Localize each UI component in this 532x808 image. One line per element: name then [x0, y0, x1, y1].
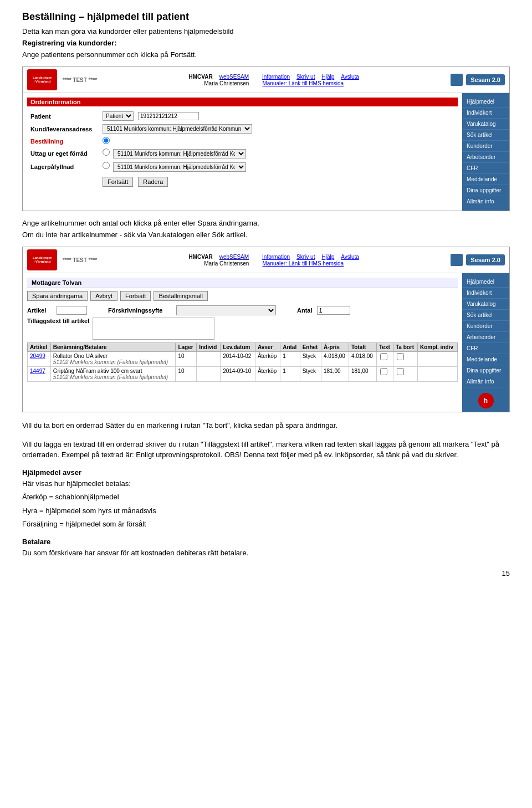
screenshot-1: Landstinget i Värmland **** TEST **** HM…	[22, 67, 510, 211]
section2-p1: Ange artikelnummer och antal och klicka …	[22, 219, 510, 227]
row2-sub: 51102 Munkfors kommun (Faktura hjälpmede…	[53, 374, 173, 380]
test-badge-1: **** TEST ****	[63, 77, 97, 83]
row2-avser: Återköp	[255, 367, 280, 382]
nav-skrivut-1[interactable]: Skriv ut	[296, 74, 315, 80]
sidebar1-dina[interactable]: Dina uppgifter	[462, 185, 509, 196]
avbryt-btn[interactable]: Avbryt	[90, 291, 117, 301]
sidebar2-allm[interactable]: Allmän info	[462, 376, 509, 387]
sidebar2-medd[interactable]: Meddelande	[462, 354, 509, 365]
form-row-bestallning: Beställning	[27, 135, 458, 147]
row2-text-check[interactable]	[380, 368, 387, 375]
sidebar2-kund[interactable]: Kundorder	[462, 321, 509, 332]
row1-totalt: 4.018,00	[349, 352, 376, 367]
spara-btn[interactable]: Spara ändringarna	[27, 291, 88, 301]
nav-hjalp-1[interactable]: Hjälp	[321, 74, 334, 80]
form-row-patient: Patient Patient	[27, 110, 458, 122]
sidebar1-medd[interactable]: Meddelande	[462, 174, 509, 185]
hjalp-avser-hyra: Hyra = hjälpmedel som hyrs ut månadsvis	[22, 505, 510, 516]
row1-benamning: Rollator Ono UA silver 51102 Munkfors ko…	[50, 352, 176, 367]
artikel-nr-input[interactable]	[57, 306, 87, 315]
row1-tabort-check[interactable]	[397, 353, 404, 360]
col-artikel: Artikel	[28, 343, 51, 352]
uttag-radio[interactable]	[103, 149, 110, 156]
fortsatt-btn-1[interactable]: Fortsätt	[103, 177, 133, 187]
buttons-spacer	[27, 173, 99, 188]
nav-info-2[interactable]: Information	[262, 254, 290, 260]
row1-apris: 4.018,00	[321, 352, 349, 367]
row2-apris: 181,00	[321, 367, 349, 382]
page-number: 15	[22, 569, 510, 577]
col-avser: Avser	[255, 343, 280, 352]
tilltext-textarea[interactable]	[93, 318, 214, 340]
antal-input[interactable]	[317, 306, 350, 315]
row2-artikel-link[interactable]: 14497	[30, 368, 45, 374]
row1-kompl	[417, 352, 457, 367]
sidebar1-kund[interactable]: Kundorder	[462, 141, 509, 152]
sesam-badge-2: Sesam 2.0	[466, 254, 505, 265]
nav-skrivut-2[interactable]: Skriv ut	[296, 254, 315, 260]
landstinget-logo: Landstinget i Värmland	[27, 69, 57, 90]
radera-btn-1[interactable]: Radera	[138, 177, 168, 187]
sesam-icon-2	[451, 254, 463, 266]
patient-type-select[interactable]: Patient	[103, 111, 134, 121]
sidebar1-arb[interactable]: Arbetsorder	[462, 152, 509, 163]
row2-kompl	[417, 367, 457, 382]
sidebar2-arb[interactable]: Arbetsorder	[462, 332, 509, 343]
nav-hjalp-2[interactable]: Hjälp	[321, 254, 334, 260]
sidebar1-individ[interactable]: Individkort	[462, 108, 509, 119]
col-antal: Antal	[280, 343, 300, 352]
col-apris: Á-pris	[321, 343, 349, 352]
sidebar2-cfr[interactable]: CFR	[462, 343, 509, 354]
form-row-lager: Lagerpåfyllnad 51101 Munkfors kommun: Hj…	[27, 160, 458, 173]
bestallning-radio[interactable]	[103, 137, 110, 144]
manual-link-2[interactable]: Manualer: Länk till HMS hemsida	[262, 260, 344, 267]
websesam-link-2[interactable]: webSESAM	[219, 254, 249, 260]
sidebar2-sok[interactable]: Sök artikel	[462, 310, 509, 321]
row1-artikel-link[interactable]: 20499	[30, 353, 45, 359]
sidebar1-sok[interactable]: Sök artikel	[462, 130, 509, 141]
fortsatt-btn-2[interactable]: Fortsätt	[120, 291, 151, 301]
sidebar2-individ[interactable]: Individkort	[462, 288, 509, 299]
kund-select[interactable]: 51101 Munkfors kommun: Hjälpmedelsförråd…	[103, 124, 252, 134]
topbar-center-2: HMCVAR webSESAM Information Skriv ut Hjä…	[103, 254, 445, 267]
buttons-cell: Fortsätt Radera	[99, 173, 458, 188]
sidebar2-dina[interactable]: Dina uppgifter	[462, 365, 509, 376]
row1-artikel: 20499	[28, 352, 51, 367]
nav-avsluta-1[interactable]: Avsluta	[341, 74, 359, 80]
betalare-heading: Betalare	[22, 538, 510, 546]
sesam1-content: Orderinformation Patient Patient Kund/le…	[23, 93, 462, 211]
lager-select[interactable]: 51101 Munkfors kommun: Hjälpmedelsförråd…	[113, 162, 246, 172]
row1-text-check[interactable]	[380, 353, 387, 360]
uttag-select[interactable]: 51101 Munkfors kommun: Hjälpmedelsförråd…	[113, 149, 246, 158]
section2-text: Ange artikelnummer och antal och klicka …	[22, 219, 510, 239]
lager-label: Lagerpåfyllnad	[27, 160, 99, 173]
row2-tabort-check[interactable]	[397, 368, 404, 375]
col-lager: Lager	[176, 343, 197, 352]
row2-lev: 2014-09-10	[221, 367, 255, 382]
sidebar2-varu[interactable]: Varukatalog	[462, 299, 509, 310]
sidebar1-varu[interactable]: Varukatalog	[462, 119, 509, 130]
forsk-select[interactable]	[176, 305, 276, 315]
sesam1-main: Orderinformation Patient Patient Kund/le…	[23, 93, 509, 211]
nav-avsluta-2[interactable]: Avsluta	[341, 254, 359, 260]
sesam2-topbar-right: Sesam 2.0	[451, 254, 505, 266]
page-title: Beställning – hjälpmedel till patient	[22, 11, 510, 23]
bestallning-value-cell	[99, 135, 458, 147]
patient-select-cell: Patient	[99, 110, 458, 122]
lager-radio[interactable]	[103, 162, 110, 169]
col-benamning: Benämning/Betalare	[50, 343, 176, 352]
personnummer-input[interactable]	[138, 112, 199, 120]
sidebar1-allm[interactable]: Allmän info	[462, 196, 509, 207]
forsk-col-label: Förskrivningssyfte	[108, 307, 172, 314]
row1-enhet: Styck	[300, 352, 321, 367]
websesam-link-1[interactable]: webSESAM	[219, 74, 249, 80]
sidebar2-hjalp[interactable]: Hjälpmedel	[462, 277, 509, 288]
manual-link-1[interactable]: Manualer: Länk till HMS hemsida	[262, 80, 344, 86]
bestallningsmall-btn[interactable]: Beställningsmall	[154, 291, 207, 301]
sidebar1-cfr[interactable]: CFR	[462, 163, 509, 174]
table-row: 14497 Griptång NåFram aktiv 100 cm svart…	[28, 367, 458, 382]
sidebar1-hjalp[interactable]: Hjälpmedel	[462, 96, 509, 108]
sesam2-logo: Landstinget i Värmland	[27, 249, 57, 270]
landstinget-logo-2: Landstinget i Värmland	[27, 249, 57, 270]
nav-info-1[interactable]: Information	[262, 74, 290, 80]
